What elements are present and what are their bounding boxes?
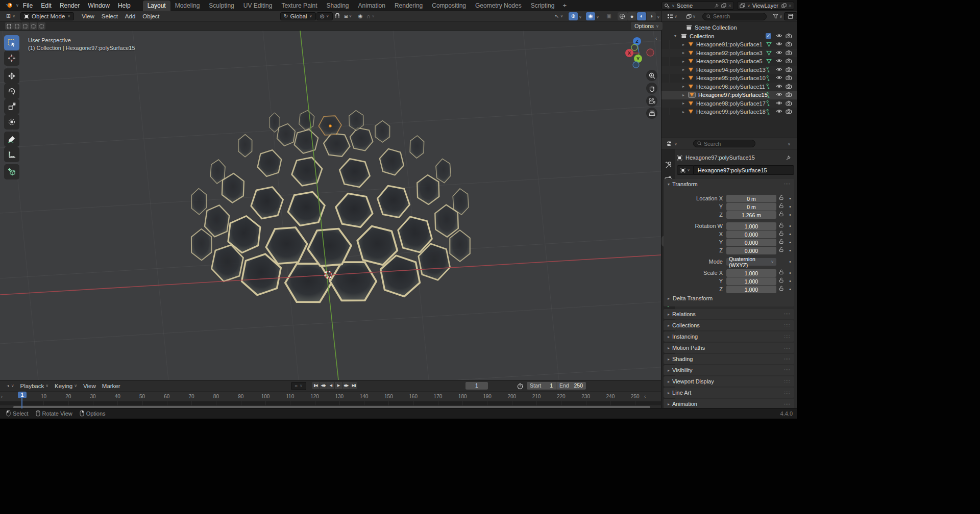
- lock-icon[interactable]: [779, 211, 784, 218]
- lock-icon[interactable]: [779, 277, 784, 284]
- viewport-3d[interactable]: User Perspective (1) Collection | Hexago…: [0, 31, 661, 380]
- panel-drag-handle[interactable]: ::::: [784, 401, 791, 406]
- transform-value-field[interactable]: 0 m: [726, 203, 776, 211]
- hide-eye-icon[interactable]: [776, 100, 782, 107]
- panel-drag-handle[interactable]: ::::: [784, 356, 791, 361]
- toggle-perspective-button[interactable]: [646, 108, 657, 119]
- transform-value-field[interactable]: 0.000: [726, 230, 776, 238]
- disable-render-camera-icon[interactable]: [786, 41, 792, 47]
- expand-chevron-icon[interactable]: ▸: [681, 67, 686, 72]
- transform-value-field[interactable]: 0 m: [726, 195, 776, 202]
- jump-to-start-button[interactable]: ▮◀: [312, 382, 319, 389]
- previous-keyframe-button[interactable]: ◀◆: [320, 382, 327, 389]
- panel-drag-handle[interactable]: ::::: [784, 312, 791, 316]
- properties-search-input[interactable]: Search: [693, 140, 755, 147]
- transform-panel-header[interactable]: ▾ Transform: [664, 179, 794, 189]
- new-scene-icon[interactable]: [721, 3, 726, 8]
- collapse-chevron-icon[interactable]: ▾: [673, 34, 678, 38]
- editor-type-button[interactable]: ⊞∨: [3, 12, 18, 20]
- workspace-tab-sculpting[interactable]: Sculpting: [204, 1, 238, 11]
- lock-icon[interactable]: [779, 222, 784, 229]
- outliner-display-mode-dropdown[interactable]: ∨: [664, 12, 680, 20]
- tool-transform[interactable]: [4, 114, 19, 130]
- outliner-item[interactable]: ▸ Hexagone91:polySurface1: [662, 40, 797, 49]
- transform-value-field[interactable]: 1.000: [726, 277, 776, 285]
- viewport-menu-select[interactable]: Select: [98, 13, 121, 19]
- tool-cursor[interactable]: [4, 50, 19, 66]
- mode-dropdown[interactable]: Object Mode∨: [20, 12, 74, 20]
- outliner-filter-funnel-dropdown[interactable]: ∨: [770, 12, 786, 20]
- workspace-tab-layout[interactable]: Layout: [143, 1, 170, 11]
- shading-material-preview-button[interactable]: ◐: [637, 12, 646, 20]
- shading-solid-button[interactable]: ●: [627, 12, 636, 20]
- timeline-track[interactable]: [0, 401, 661, 405]
- panel-drag-handle[interactable]: ::::: [784, 368, 791, 372]
- transform-value-field[interactable]: 1.000: [726, 286, 776, 293]
- show-object-types-dropdown[interactable]: ↖∨: [552, 12, 566, 20]
- lock-icon[interactable]: [779, 286, 784, 292]
- hide-eye-icon[interactable]: [776, 75, 782, 81]
- expand-chevron-icon[interactable]: ▸: [681, 101, 686, 106]
- menu-help[interactable]: Help: [114, 0, 135, 11]
- select-mode-3[interactable]: [30, 22, 37, 30]
- snap-settings-dropdown[interactable]: ⊞∨: [341, 12, 355, 20]
- region-expand-arrow[interactable]: ›: [1, 394, 3, 399]
- new-viewlayer-icon[interactable]: [781, 3, 787, 8]
- playhead-badge[interactable]: 1: [18, 392, 27, 398]
- next-keyframe-button[interactable]: ◆▶: [342, 382, 350, 389]
- outliner-search-input[interactable]: Search: [702, 13, 767, 20]
- scene-selector[interactable]: ∨ Scene ×: [662, 2, 734, 10]
- disable-render-camera-icon[interactable]: [786, 109, 792, 115]
- pin-icon[interactable]: [786, 155, 791, 161]
- properties-collapse-chevron[interactable]: ∨: [788, 142, 791, 146]
- expand-chevron-icon[interactable]: ▸: [681, 76, 686, 81]
- collection-checkbox[interactable]: ✓: [766, 33, 771, 39]
- tool-annotate[interactable]: [4, 132, 19, 147]
- properties-editor-type-button[interactable]: ∨: [664, 140, 680, 148]
- use-preview-range-icon[interactable]: [517, 382, 523, 392]
- panel-instancing[interactable]: ▸Instancing ::::: [664, 331, 794, 342]
- hide-eye-icon[interactable]: [776, 84, 782, 90]
- lock-icon[interactable]: [779, 239, 784, 245]
- remove-viewlayer-icon[interactable]: ×: [789, 3, 792, 9]
- expand-chevron-icon[interactable]: ▸: [681, 59, 686, 64]
- timeline-menu-marker[interactable]: Marker: [99, 382, 124, 390]
- panel-drag-handle[interactable]: ::::: [784, 182, 791, 186]
- expand-chevron-icon[interactable]: ▸: [681, 110, 686, 114]
- animate-dot[interactable]: •: [788, 239, 793, 246]
- navigation-gizmo[interactable]: Z X Y: [624, 34, 656, 68]
- viewport-menu-object[interactable]: Object: [139, 13, 163, 19]
- lock-icon[interactable]: [779, 230, 784, 237]
- panel-collections[interactable]: ▸Collections ::::: [664, 320, 794, 330]
- panel-drag-handle[interactable]: ::::: [784, 345, 791, 350]
- menu-file[interactable]: File: [19, 0, 37, 11]
- lock-icon[interactable]: [779, 195, 784, 201]
- animate-dot[interactable]: •: [788, 258, 793, 266]
- select-mode-4[interactable]: [38, 22, 45, 30]
- tool-select-box[interactable]: [4, 35, 19, 50]
- animate-dot[interactable]: •: [788, 203, 793, 211]
- tool-measure[interactable]: [4, 147, 19, 162]
- object-id-icon-button[interactable]: ∨: [677, 165, 694, 175]
- expand-chevron-icon[interactable]: ▸: [681, 42, 686, 47]
- menu-window[interactable]: Window: [84, 0, 114, 11]
- properties-tab-tool[interactable]: [662, 159, 675, 170]
- playhead-line[interactable]: [21, 398, 22, 408]
- workspace-tab-uv-editing[interactable]: UV Editing: [239, 1, 277, 11]
- workspace-tab-rendering[interactable]: Rendering: [390, 1, 427, 11]
- current-frame-field[interactable]: 1: [465, 382, 488, 390]
- animate-dot[interactable]: •: [788, 195, 793, 202]
- outliner-item[interactable]: ▸ Hexagone96:polySurface11: [662, 83, 797, 91]
- animate-dot[interactable]: •: [788, 277, 793, 285]
- hide-eye-icon[interactable]: [776, 109, 782, 115]
- shading-rendered-button[interactable]: ◑: [647, 12, 656, 20]
- panel-viewport-display[interactable]: ▸Viewport Display ::::: [664, 376, 794, 387]
- scene-name[interactable]: Scene: [677, 3, 712, 9]
- transform-value-field[interactable]: 1.000: [726, 269, 776, 277]
- outliner-item[interactable]: ▸ Hexagone97:polySurface15: [662, 91, 797, 99]
- workspace-tab-texture-paint[interactable]: Texture Paint: [277, 1, 322, 11]
- scene-collection-row[interactable]: Scene Collection: [662, 23, 797, 32]
- camera-view-button[interactable]: [646, 95, 657, 107]
- animate-dot[interactable]: •: [788, 222, 793, 230]
- xray-toggle[interactable]: ▣: [604, 12, 614, 20]
